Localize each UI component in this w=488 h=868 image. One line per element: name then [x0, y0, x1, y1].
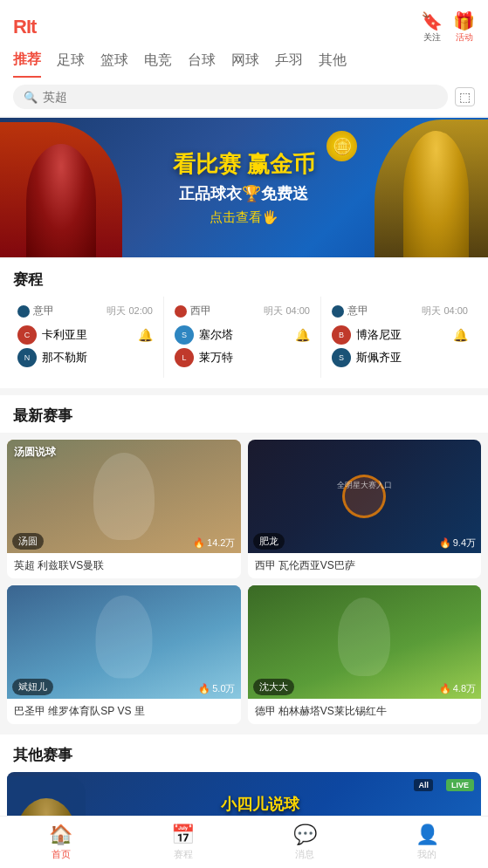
- tab-tabletennis[interactable]: 乒羽: [275, 51, 303, 77]
- tab-recommend[interactable]: 推荐: [13, 51, 41, 78]
- bottom-nav: 🏠 首页 📅 赛程 💬 消息 👤 我的: [0, 816, 488, 868]
- nav-messages-label: 消息: [295, 848, 314, 861]
- nav-item-messages[interactable]: 💬 消息: [244, 817, 367, 868]
- nav-item-mine[interactable]: 👤 我的: [366, 817, 488, 868]
- tab-esports[interactable]: 电竞: [144, 51, 172, 77]
- schedule-card-3[interactable]: 意甲 明天 04:00 B 博洛尼亚 🔔 S 斯佩齐亚: [321, 297, 478, 378]
- search-icon: 🔍: [24, 91, 38, 104]
- nav-item-schedule[interactable]: 📅 赛程: [122, 817, 244, 868]
- tab-other[interactable]: 其他: [319, 51, 347, 77]
- home-icon: 🏠: [49, 824, 72, 846]
- schedule-card-1[interactable]: 意甲 明天 02:00 C 卡利亚里 🔔 N 那不勒斯: [7, 297, 164, 378]
- latest-section: 最新赛事 汤圆 🔥14.2万 汤圆说球 英超 利兹联VS曼联: [0, 395, 488, 728]
- schedule-icon: 📅: [171, 824, 195, 846]
- mine-icon: 👤: [416, 824, 439, 846]
- scan-icon[interactable]: ⬚: [455, 87, 475, 106]
- nav-mine-label: 我的: [417, 848, 436, 861]
- latest-section-title: 最新赛事: [0, 395, 488, 433]
- app-logo: RIt: [13, 16, 36, 38]
- tab-billiards[interactable]: 台球: [188, 51, 216, 77]
- nav-item-home[interactable]: 🏠 首页: [0, 817, 122, 868]
- tab-basketball[interactable]: 篮球: [100, 51, 128, 77]
- search-input[interactable]: [43, 90, 437, 104]
- tab-tennis[interactable]: 网球: [231, 51, 259, 77]
- match-card-1[interactable]: 汤圆 🔥14.2万 汤圆说球 英超 利兹联VS曼联: [7, 440, 241, 578]
- tab-football[interactable]: 足球: [57, 51, 85, 77]
- match-card-2[interactable]: 全明星大赛入口 肥龙 🔥9.4万 西甲 瓦伦西亚VS巴萨: [248, 440, 482, 578]
- nav-schedule-label: 赛程: [174, 848, 193, 861]
- search-bar: 🔍 ⬚: [0, 78, 488, 116]
- match-card-3[interactable]: 斌妞儿 🔥5.0万 巴圣甲 维罗体育队SP VS 里: [7, 585, 241, 724]
- schedule-section: 赛程 意甲 明天 02:00 C 卡利亚里 🔔: [0, 259, 488, 388]
- banner-content: 看比赛 赢金币 正品球衣🏆免费送 点击查看🖐: [173, 149, 315, 226]
- messages-icon: 💬: [293, 824, 317, 846]
- follow-button[interactable]: 🔖 关注: [421, 10, 443, 44]
- other-section-title: 其他赛事: [0, 735, 488, 772]
- schedule-section-title: 赛程: [0, 259, 488, 297]
- match-card-4[interactable]: 沈大大 🔥4.8万 德甲 柏林赫塔VS莱比锡红牛: [248, 585, 482, 724]
- activity-button[interactable]: 🎁 活动: [453, 10, 475, 44]
- top-nav: RIt 🔖 关注 🎁 活动 推荐 足球 篮球 电竞 台球 网球 乒羽 其他: [0, 0, 488, 78]
- banner[interactable]: 看比赛 赢金币 正品球衣🏆免费送 点击查看🖐 🪙: [0, 118, 488, 257]
- nav-home-label: 首页: [52, 848, 71, 861]
- schedule-card-2[interactable]: 西甲 明天 04:00 S 塞尔塔 🔔 L 莱万特: [164, 297, 321, 378]
